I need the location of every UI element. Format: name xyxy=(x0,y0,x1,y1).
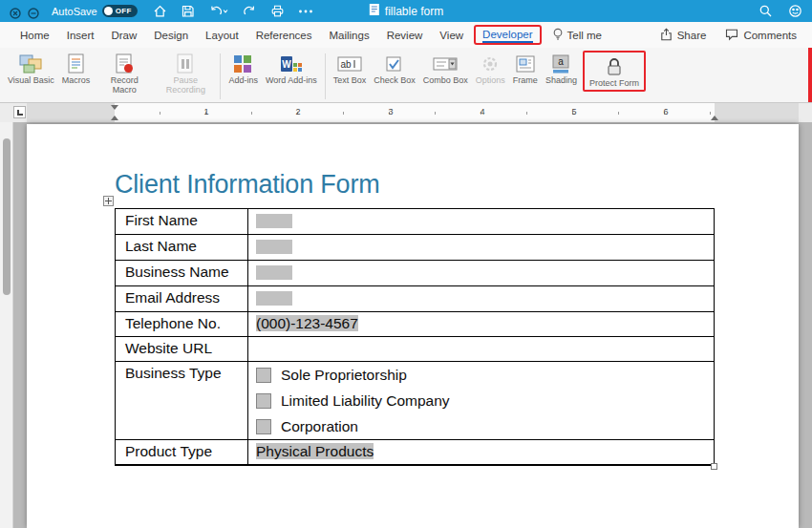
first-line-indent-marker[interactable] xyxy=(111,105,118,110)
table-move-handle[interactable] xyxy=(103,196,114,206)
telephone-form-field[interactable]: (000)-123-4567 xyxy=(256,315,358,331)
row-value[interactable] xyxy=(248,337,714,361)
save-icon[interactable] xyxy=(181,4,195,18)
comments-label: Comments xyxy=(743,30,797,41)
row-label: Telephone No. xyxy=(116,312,248,336)
pause-recording-button: Pause Recording xyxy=(155,51,216,95)
row-value: (000)-123-4567 xyxy=(248,312,714,336)
cropped-red-annotation xyxy=(808,48,812,102)
table-row: Website URL xyxy=(116,337,714,362)
table-row: Telephone No. (000)-123-4567 xyxy=(116,312,714,337)
tab-layout[interactable]: Layout xyxy=(197,25,247,46)
minimize-window-icon[interactable] xyxy=(28,6,39,17)
svg-text:W: W xyxy=(282,59,291,70)
tab-tell-me[interactable]: Tell me xyxy=(544,23,610,48)
row-label: Website URL xyxy=(116,337,248,361)
ribbon-group-separator xyxy=(220,53,221,99)
tab-design[interactable]: Design xyxy=(145,25,197,46)
business-type-options: Sole Proprietorship Limited Liability Co… xyxy=(248,362,714,439)
record-macro-button[interactable]: Record Macro xyxy=(94,51,155,95)
document-title: fillable form xyxy=(385,5,443,18)
options-gear-icon xyxy=(479,53,502,75)
tell-me-label: Tell me xyxy=(567,30,602,41)
more-commands-icon[interactable] xyxy=(298,4,313,18)
row-label: Product Type xyxy=(116,440,248,464)
protect-form-button[interactable]: Protect Form xyxy=(586,53,643,88)
undo-icon[interactable] xyxy=(208,4,229,18)
document-page[interactable]: Client Information Form First Name Last … xyxy=(27,124,799,528)
close-window-icon[interactable] xyxy=(10,6,21,17)
frame-icon xyxy=(514,53,537,75)
tab-references[interactable]: References xyxy=(247,25,321,46)
row-value xyxy=(248,235,714,260)
home-icon[interactable] xyxy=(153,4,167,18)
ribbon-tab-bar: Home Insert Draw Design Layout Reference… xyxy=(0,22,812,48)
sole-proprietorship-checkbox[interactable] xyxy=(256,368,271,383)
macros-icon xyxy=(65,53,88,75)
first-name-form-field[interactable] xyxy=(256,214,292,228)
row-value xyxy=(248,286,714,311)
lock-icon xyxy=(603,55,626,78)
check-box-icon xyxy=(383,53,406,75)
document-heading[interactable]: Client Information Form xyxy=(115,170,380,200)
ruler-number: 2 xyxy=(292,107,304,116)
vertical-ruler xyxy=(0,122,13,528)
tab-mailings[interactable]: Mailings xyxy=(320,25,377,46)
text-box-icon: ab xyxy=(337,53,362,75)
corporation-checkbox[interactable] xyxy=(256,419,271,434)
text-box-button[interactable]: ab Text Box xyxy=(330,51,371,85)
autosave-toggle[interactable]: OFF xyxy=(102,5,138,17)
shading-button[interactable]: a Shading xyxy=(542,51,581,85)
row-label: Email Address xyxy=(116,286,248,311)
row-label: Last Name xyxy=(116,235,248,260)
visual-basic-icon xyxy=(19,53,42,75)
ribbon-developer: Visual Basic Macros Record Macro Pause R… xyxy=(0,48,812,103)
share-label: Share xyxy=(677,30,707,41)
tab-view[interactable]: View xyxy=(431,25,472,46)
row-label: Business Type xyxy=(116,362,248,439)
tab-developer[interactable]: Developer xyxy=(474,25,541,45)
product-type-dropdown-field[interactable]: Physical Products xyxy=(256,443,374,459)
svg-text:ab: ab xyxy=(340,59,352,70)
llc-checkbox[interactable] xyxy=(256,393,271,409)
horizontal-ruler: 1 2 3 4 5 6 xyxy=(0,103,812,122)
tab-stop-selector[interactable] xyxy=(13,106,26,118)
redo-icon[interactable] xyxy=(243,4,257,18)
table-resize-handle[interactable] xyxy=(711,463,717,470)
comments-button[interactable]: Comments xyxy=(725,28,797,43)
shading-icon: a xyxy=(549,53,572,75)
record-macro-icon xyxy=(113,53,136,75)
comment-icon xyxy=(725,28,738,43)
check-box-button[interactable]: Check Box xyxy=(370,51,419,85)
option-label: Sole Proprietorship xyxy=(281,367,407,384)
search-icon[interactable] xyxy=(759,4,773,18)
option-label: Limited Liability Company xyxy=(281,392,450,410)
word-add-ins-button[interactable]: W Word Add-ins xyxy=(262,51,321,85)
left-indent-marker[interactable] xyxy=(111,116,118,120)
macros-button[interactable]: Macros xyxy=(58,51,95,85)
option-row: Sole Proprietorship xyxy=(248,362,714,388)
option-label: Corporation xyxy=(281,418,358,435)
last-name-form-field[interactable] xyxy=(256,240,292,254)
tab-home[interactable]: Home xyxy=(11,25,58,46)
frame-button[interactable]: Frame xyxy=(509,51,542,85)
right-indent-marker[interactable] xyxy=(711,116,718,120)
option-row: Corporation xyxy=(248,413,714,439)
autosave-label: AutoSave xyxy=(52,6,97,17)
combo-box-button[interactable]: Combo Box xyxy=(419,51,472,85)
business-name-form-field[interactable] xyxy=(256,265,292,280)
tab-review[interactable]: Review xyxy=(378,25,432,46)
word-add-ins-icon: W xyxy=(280,53,303,75)
table-row: Business Name xyxy=(116,261,714,286)
visual-basic-button[interactable]: Visual Basic xyxy=(4,51,58,85)
tab-insert[interactable]: Insert xyxy=(58,25,103,46)
print-icon[interactable] xyxy=(270,4,285,18)
add-ins-icon xyxy=(232,53,255,75)
share-button[interactable]: Share xyxy=(660,28,707,43)
email-address-form-field[interactable] xyxy=(256,291,292,306)
feedback-smiley-icon[interactable] xyxy=(788,4,802,18)
autosave-state: OFF xyxy=(116,7,132,15)
tab-draw[interactable]: Draw xyxy=(102,25,145,46)
add-ins-button[interactable]: Add-ins xyxy=(224,51,262,85)
option-row: Limited Liability Company xyxy=(248,388,714,413)
